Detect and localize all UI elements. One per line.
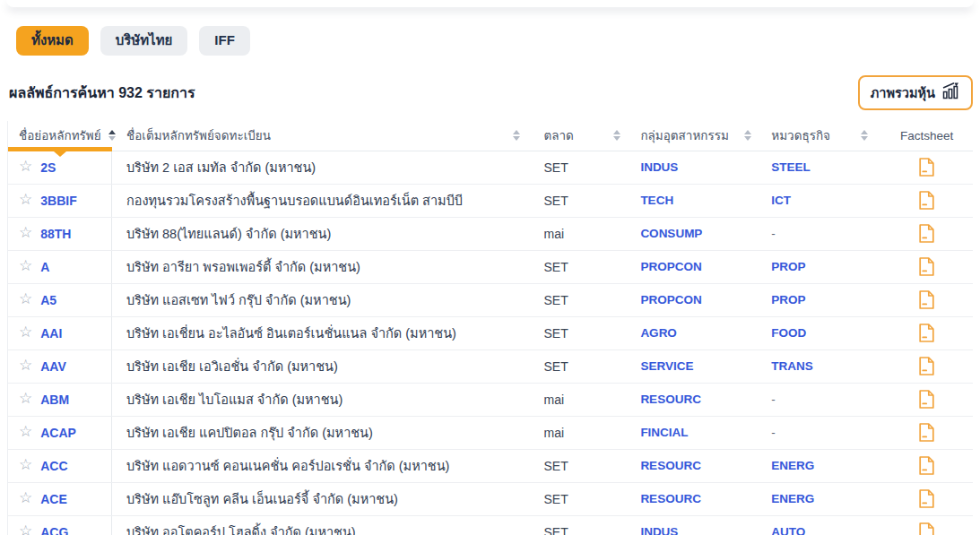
industry-link[interactable]: PROPCON — [640, 260, 701, 273]
sector-link[interactable]: PROP — [771, 260, 805, 273]
sector-link[interactable]: STEEL — [771, 160, 811, 174]
full-name-cell: บริษัท อารียา พรอพเพอร์ตี้ จำกัด (มหาชน) — [112, 251, 533, 283]
full-name-cell: บริษัท แอ๊บโซลูท คลีน เอ็นเนอร์จี้ จำกัด… — [112, 483, 533, 515]
column-header-sector[interactable]: หมวดธุรกิจ — [764, 121, 880, 151]
table-row: ☆ A5 บริษัท แอสเซท ไฟว์ กรุ๊ป จำกัด (มหา… — [8, 284, 973, 317]
factsheet-document-icon[interactable] — [919, 456, 934, 475]
favorite-star-icon[interactable]: ☆ — [19, 291, 32, 306]
symbol-cell: ☆ ACC — [8, 450, 112, 482]
column-header-industry[interactable]: กลุ่มอุตสาหกรรม — [633, 121, 764, 151]
industry-cell: RESOURC — [633, 384, 764, 416]
market-filter-tabs: ทั้งหมด บริษัทไทย IFF — [16, 26, 973, 56]
symbol-link[interactable]: AAI — [40, 326, 62, 341]
factsheet-document-icon[interactable] — [919, 158, 934, 177]
sector-link[interactable]: AUTO — [771, 525, 805, 535]
sector-link[interactable]: - — [771, 393, 776, 406]
sector-cell: - — [764, 417, 880, 449]
favorite-star-icon[interactable]: ☆ — [19, 490, 32, 505]
factsheet-document-icon[interactable] — [919, 191, 934, 210]
factsheet-document-icon[interactable] — [919, 290, 934, 309]
industry-link[interactable]: RESOURC — [640, 393, 701, 406]
column-header-market[interactable]: ตลาด — [533, 121, 633, 151]
industry-cell: RESOURC — [633, 450, 764, 482]
factsheet-document-icon[interactable] — [919, 224, 934, 243]
symbol-link[interactable]: ACAP — [40, 426, 76, 440]
full-name-cell: บริษัท แอสเซท ไฟว์ กรุ๊ป จำกัด (มหาชน) — [112, 284, 533, 316]
sector-link[interactable]: ICT — [771, 194, 791, 207]
favorite-star-icon[interactable]: ☆ — [19, 159, 32, 174]
full-name-text: บริษัท 88(ไทยแลนด์) จำกัด (มหาชน) — [126, 223, 331, 244]
factsheet-document-icon[interactable] — [919, 324, 934, 342]
factsheet-document-icon[interactable] — [919, 522, 934, 535]
symbol-link[interactable]: ABM — [40, 393, 69, 407]
symbol-link[interactable]: ACG — [40, 525, 68, 535]
sort-icon-sector[interactable] — [861, 130, 868, 141]
industry-link[interactable]: FINCIAL — [640, 426, 688, 439]
sector-link[interactable]: FOOD — [771, 326, 806, 340]
factsheet-document-icon[interactable] — [919, 390, 934, 409]
sector-cell: - — [764, 384, 880, 416]
factsheet-document-icon[interactable] — [919, 423, 934, 442]
industry-link[interactable]: RESOURC — [640, 492, 701, 505]
table-row: ☆ ACC บริษัท แอดวานซ์ คอนเนคชั่น คอร์ปอเ… — [8, 450, 973, 483]
symbol-link[interactable]: A5 — [40, 293, 56, 307]
market-text: mai — [543, 393, 564, 407]
sector-link[interactable]: ENERG — [771, 459, 814, 472]
industry-link[interactable]: PROPCON — [640, 293, 701, 306]
market-text: SET — [543, 525, 568, 535]
sector-cell: ICT — [764, 185, 880, 217]
search-results-count: ผลลัพธ์การค้นหา 932 รายการ — [7, 82, 195, 104]
sort-icon-industry[interactable] — [744, 130, 751, 141]
symbol-link[interactable]: 3BBIF — [40, 194, 76, 208]
symbol-link[interactable]: 88TH — [40, 227, 71, 241]
table-row: ☆ ABM บริษัท เอเชีย ไบโอแมส จำกัด (มหาชน… — [8, 384, 973, 417]
industry-link[interactable]: AGRO — [640, 326, 677, 340]
market-text: mai — [543, 426, 564, 440]
sector-link[interactable]: ENERG — [771, 492, 814, 505]
market-cell: mai — [533, 218, 633, 250]
sort-icon-market[interactable] — [613, 130, 620, 141]
favorite-star-icon[interactable]: ☆ — [19, 324, 32, 340]
industry-link[interactable]: SERVICE — [640, 359, 693, 373]
favorite-star-icon[interactable]: ☆ — [19, 225, 32, 240]
table-row: ☆ ACG บริษัท ออโตคอร์ป โฮลดิ้ง จำกัด (มห… — [8, 516, 973, 535]
sector-link[interactable]: - — [771, 227, 776, 240]
symbol-link[interactable]: ACE — [40, 492, 67, 506]
sector-cell: AUTO — [764, 516, 880, 535]
sector-link[interactable]: - — [771, 426, 776, 439]
favorite-star-icon[interactable]: ☆ — [19, 523, 32, 535]
favorite-star-icon[interactable]: ☆ — [19, 457, 32, 472]
sector-cell: ENERG — [764, 450, 880, 482]
tab-thai-companies[interactable]: บริษัทไทย — [100, 26, 188, 56]
symbol-link[interactable]: ACC — [40, 459, 67, 473]
sector-link[interactable]: PROP — [771, 293, 805, 306]
industry-link[interactable]: RESOURC — [640, 459, 701, 472]
favorite-star-icon[interactable]: ☆ — [19, 358, 32, 373]
stock-overview-button[interactable]: ภาพรวมหุ้น — [858, 75, 973, 110]
symbol-link[interactable]: 2S — [40, 160, 56, 175]
factsheet-cell — [880, 317, 973, 349]
tab-all[interactable]: ทั้งหมด — [16, 26, 89, 56]
industry-link[interactable]: INDUS — [640, 160, 678, 174]
sector-link[interactable]: TRANS — [771, 359, 813, 373]
sort-icon-symbol[interactable] — [108, 130, 116, 141]
industry-link[interactable]: TECH — [640, 194, 673, 207]
favorite-star-icon[interactable]: ☆ — [19, 424, 32, 439]
symbol-link[interactable]: AAV — [40, 359, 66, 374]
favorite-star-icon[interactable]: ☆ — [19, 391, 32, 406]
favorite-star-icon[interactable]: ☆ — [19, 192, 32, 207]
market-text: SET — [543, 194, 568, 208]
factsheet-document-icon[interactable] — [919, 489, 934, 508]
tab-iff[interactable]: IFF — [199, 26, 250, 56]
column-header-full-name[interactable]: ชื่อเต็มหลักทรัพย์จดทะเบียน — [112, 121, 533, 151]
factsheet-document-icon[interactable] — [919, 257, 934, 276]
sort-icon-full-name[interactable] — [513, 130, 520, 141]
symbol-link[interactable]: A — [40, 260, 49, 274]
column-header-symbol[interactable]: ชื่อย่อหลักทรัพย์ — [8, 121, 112, 151]
favorite-star-icon[interactable]: ☆ — [19, 258, 32, 273]
factsheet-document-icon[interactable] — [919, 357, 934, 375]
full-name-cell: บริษัท เอเชี่ยน อะไลอันซ์ อินเตอร์เนชั่น… — [112, 317, 533, 349]
industry-link[interactable]: INDUS — [640, 525, 678, 535]
industry-link[interactable]: CONSUMP — [640, 227, 702, 240]
sector-cell: FOOD — [764, 317, 880, 349]
